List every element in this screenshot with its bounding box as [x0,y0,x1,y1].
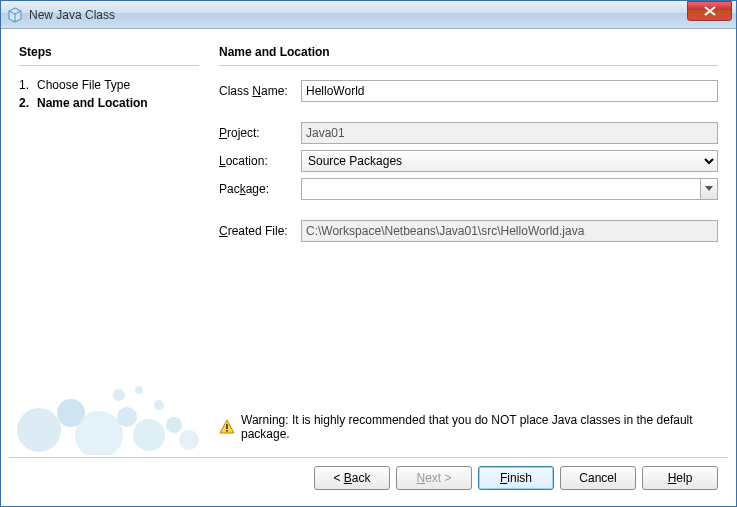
class-name-label: Class Name: [219,84,301,98]
package-label: Package: [219,182,301,196]
warning-message: Warning: It is highly recommended that y… [219,407,718,447]
steps-heading: Steps [19,45,199,59]
svg-point-7 [166,417,182,433]
panel-heading: Name and Location [219,45,718,59]
warning-text: Warning: It is highly recommended that y… [241,413,718,441]
svg-rect-12 [226,424,228,429]
divider [9,457,728,458]
step-label: Name and Location [37,96,148,110]
window-title: New Java Class [29,8,687,22]
step-name-and-location: 2. Name and Location [19,94,199,112]
svg-point-10 [154,400,164,410]
dialog-window: New Java Class Steps 1. Choose File Type… [0,0,737,507]
project-label: Project: [219,126,301,140]
svg-point-4 [75,411,123,455]
package-input[interactable] [301,178,700,200]
created-file-label: Created File: [219,224,301,238]
finish-button[interactable]: Finish [478,466,554,490]
project-field [301,122,718,144]
titlebar: New Java Class [1,1,736,29]
svg-point-6 [133,419,165,451]
close-button[interactable] [687,1,732,21]
back-button[interactable]: < Back [314,466,390,490]
svg-point-2 [17,408,61,452]
svg-point-11 [179,430,199,450]
location-select[interactable]: Source Packages [301,150,718,172]
button-bar: < Back Next > Finish Cancel Help [9,466,728,498]
main-panel: Name and Location Class Name: Project: L… [209,37,728,455]
svg-point-3 [57,399,85,427]
svg-point-8 [113,389,125,401]
next-button: Next > [396,466,472,490]
step-list: 1. Choose File Type 2. Name and Location [19,76,199,112]
step-choose-file-type: 1. Choose File Type [19,76,199,94]
help-button[interactable]: Help [642,466,718,490]
svg-rect-13 [226,430,228,432]
location-label: Location: [219,154,301,168]
chevron-down-icon[interactable] [700,178,718,200]
step-label: Choose File Type [37,78,130,92]
class-name-input[interactable] [301,80,718,102]
steps-sidebar: Steps 1. Choose File Type 2. Name and Lo… [9,37,209,455]
divider [219,65,718,66]
cancel-button[interactable]: Cancel [560,466,636,490]
app-icon [7,7,23,23]
content-area: Steps 1. Choose File Type 2. Name and Lo… [1,29,736,506]
created-file-field [301,220,718,242]
svg-point-9 [135,386,143,394]
svg-point-5 [117,407,137,427]
divider [19,65,199,66]
package-combobox[interactable] [301,178,718,200]
decorative-bubbles [9,335,209,455]
warning-icon [219,419,235,435]
